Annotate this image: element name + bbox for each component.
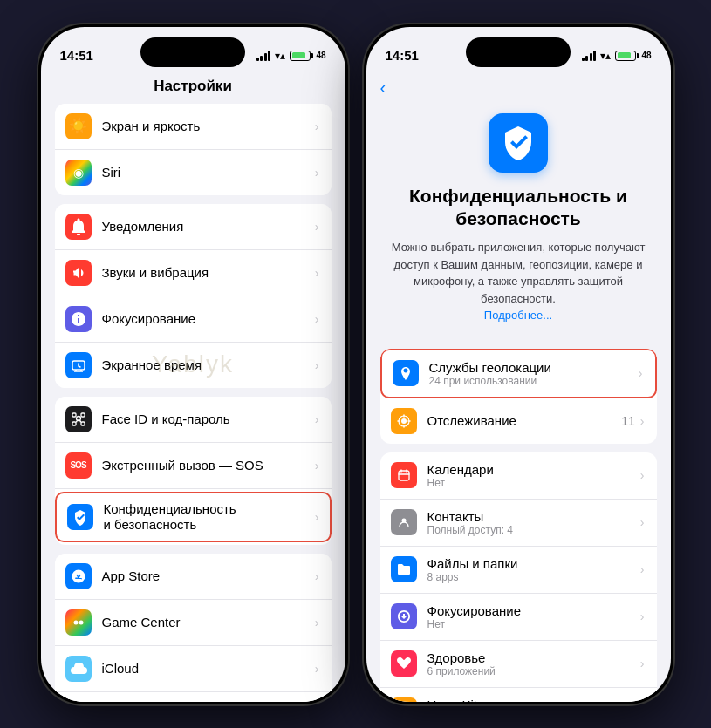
list-item[interactable]: Game Center › (55, 600, 332, 646)
list-item[interactable]: App Store › (55, 554, 332, 600)
siri-label: Siri (102, 165, 121, 180)
detail-scroll[interactable]: ‹ Конфиденциальность и безопасность Можн… (366, 74, 671, 702)
wifi-icon: ▾▴ (275, 50, 285, 62)
status-icons-right: ▾▴ 48 (582, 50, 652, 62)
list-item[interactable]: ☀️ Экран и яркость › (55, 104, 332, 150)
sounds-label: Звуки и вибрация (102, 265, 209, 280)
screen-brightness-icon: ☀️ (65, 113, 92, 139)
chevron-icon: › (315, 358, 319, 372)
faceid-label: Face ID и код-пароль (102, 412, 230, 426)
homekit-icon (391, 697, 417, 702)
settings-group-1: ☀️ Экран и яркость › ◉ Siri › (55, 104, 332, 195)
location-icon (393, 360, 419, 386)
screen-time-label: Экранное время (102, 357, 202, 372)
svg-rect-16 (399, 471, 409, 480)
tracking-row[interactable]: Отслеживание 11 › (380, 398, 657, 444)
wifi-icon-right: ▾▴ (600, 50, 611, 62)
focus2-sublabel: Нет (427, 618, 640, 630)
faceid-icon (65, 406, 92, 432)
detail-link[interactable]: Подробнее... (484, 309, 552, 322)
settings-scroll[interactable]: ☀️ Экран и яркость › ◉ Siri › (41, 104, 345, 702)
chevron-icon: › (640, 468, 645, 482)
location-services-row[interactable]: Службы геолокации 24 при использовании › (380, 349, 657, 398)
location-label: Службы геолокации (429, 360, 639, 375)
gamecenter-label: Game Center (102, 615, 181, 629)
icloud-icon (65, 656, 92, 682)
notifications-icon (65, 214, 92, 240)
contacts-row[interactable]: Контакты Полный доступ: 4 › (380, 500, 657, 547)
page-title-left: Настройки (41, 74, 345, 104)
right-phone: 14:51 ▾▴ 48 ‹ (364, 24, 673, 704)
appstore-label: App Store (102, 568, 161, 583)
chevron-icon: › (315, 312, 319, 326)
files-row[interactable]: Файлы и папки 8 apps › (380, 547, 657, 594)
chevron-icon: › (315, 119, 319, 133)
list-item[interactable]: SOS Экстренный вызов — SOS › (55, 443, 332, 489)
signal-icon (256, 51, 271, 61)
privacy-row[interactable]: Конфиденциальностьи безопасность › (55, 492, 332, 542)
calendars-row[interactable]: Календари Нет › (380, 452, 657, 500)
svg-point-6 (73, 620, 78, 624)
tracking-icon (391, 408, 417, 434)
chevron-icon: › (640, 609, 645, 623)
signal-icon-right (582, 51, 597, 61)
list-item[interactable]: Фокусирование › (55, 296, 332, 343)
privacy-header-icon (489, 113, 548, 173)
focus-row[interactable]: Фокусирование Нет › (380, 594, 657, 641)
files-icon (391, 556, 417, 582)
sos-icon: SOS (65, 452, 92, 479)
battery-icon-right: 48 (615, 51, 651, 61)
contacts-icon (391, 509, 417, 535)
focus2-label: Фокусирование (427, 603, 640, 618)
calendars-sublabel: Нет (427, 477, 640, 489)
chevron-icon: › (315, 510, 319, 524)
gamecenter-icon (65, 609, 92, 636)
settings-group-2: Уведомления › Звуки и вибрация › Фокусир… (55, 204, 332, 388)
list-item[interactable]: Экранное время › (55, 343, 332, 388)
chevron-icon: › (640, 414, 645, 428)
detail-list: Службы геолокации 24 при использовании ›… (380, 349, 657, 444)
list-item[interactable]: Звуки и вибрация › (55, 250, 332, 296)
chevron-icon: › (315, 266, 319, 280)
detail-desc: Можно выбрать приложения, которые получа… (387, 239, 650, 324)
detail-header: Конфиденциальность и безопасность Можно … (366, 105, 671, 342)
chevron-icon: › (639, 366, 643, 380)
svg-point-14 (401, 418, 407, 424)
sounds-icon (65, 260, 92, 286)
status-icons-left: ▾▴ 48 (256, 50, 326, 62)
dynamic-island-right (466, 37, 571, 67)
svg-rect-2 (81, 413, 85, 417)
files-sublabel: 8 apps (427, 571, 640, 583)
calendars-label: Календари (427, 462, 640, 477)
focus-icon (65, 306, 92, 332)
appstore-icon (65, 563, 92, 589)
list-item[interactable]: Wallet и Apple Pay › (55, 692, 332, 702)
time-right: 14:51 (386, 48, 419, 63)
battery-icon: 48 (290, 51, 325, 61)
tracking-label: Отслеживание (427, 413, 622, 428)
list-item[interactable]: ◉ Siri › (55, 150, 332, 195)
time-left: 14:51 (60, 48, 93, 63)
chevron-icon: › (315, 662, 319, 676)
chevron-icon: › (640, 562, 645, 576)
list-item[interactable]: iCloud › (55, 646, 332, 692)
homekit-row[interactable]: HomeKit 1 приложение › (380, 688, 657, 702)
settings-group-3: Face ID и код-пароль › SOS Экстренный вы… (55, 397, 332, 545)
tracking-count: 11 (621, 414, 635, 428)
back-chevron-icon: ‹ (380, 78, 386, 98)
files-label: Файлы и папки (427, 556, 640, 571)
chevron-icon: › (640, 515, 645, 529)
svg-rect-4 (81, 422, 85, 425)
health-label: Здоровье (427, 650, 640, 665)
detail-list-2: Календари Нет › Контакты Полный доступ: … (380, 452, 657, 702)
chevron-icon: › (640, 657, 645, 670)
svg-rect-1 (72, 413, 76, 417)
health-row[interactable]: Здоровье 6 приложений › (380, 641, 657, 688)
chevron-icon: › (315, 220, 319, 234)
list-item[interactable]: Уведомления › (55, 204, 332, 250)
settings-group-4: App Store › Game Center › iCloud › (55, 554, 332, 702)
back-button[interactable]: ‹ (366, 74, 671, 105)
list-item[interactable]: Face ID и код-пароль › (55, 397, 332, 443)
privacy-label: Конфиденциальностьи безопасность (104, 501, 236, 532)
svg-rect-3 (72, 422, 76, 425)
